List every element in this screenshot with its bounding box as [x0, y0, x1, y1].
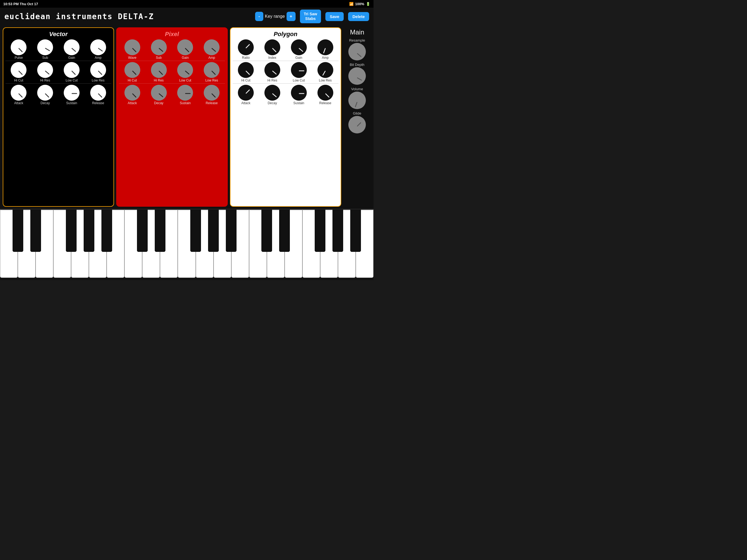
- polygon-hires-knob[interactable]: [264, 62, 280, 78]
- polygon-title: Polygon: [233, 31, 338, 38]
- vector-gain: Gain: [64, 40, 80, 59]
- vector-decay-knob[interactable]: [37, 85, 53, 101]
- sidebar-volume: Volume: [349, 87, 366, 109]
- save-button[interactable]: Save: [325, 12, 344, 21]
- pixel-gain-knob[interactable]: [177, 40, 193, 55]
- delete-button[interactable]: Delete: [348, 12, 369, 21]
- vector-sustain-knob[interactable]: [64, 85, 80, 101]
- preset-button[interactable]: Tri Saw Stabs: [300, 9, 321, 23]
- polygon-hicut-knob[interactable]: [238, 62, 254, 78]
- sidebar-title: Main: [350, 28, 364, 36]
- vector-gain-knob[interactable]: [64, 40, 80, 55]
- black-key[interactable]: [137, 209, 148, 252]
- black-key[interactable]: [66, 209, 77, 252]
- pixel-row1: Wave Sub Gain Amp: [119, 40, 225, 59]
- sidebar-resample: Resample: [349, 38, 366, 60]
- key-range-label: Key range: [265, 14, 285, 19]
- vector-pulse: Pulse: [11, 40, 27, 59]
- black-key[interactable]: [84, 209, 94, 252]
- vector-row1: Pulse Sub Gain Amp: [5, 40, 111, 59]
- pixel-row2: Hi Cut Hi Res Low Cut Low Res: [119, 62, 225, 82]
- polygon-ratio-knob[interactable]: [238, 40, 254, 55]
- pixel-panel: Pixel Wave Sub Gain Amp: [116, 27, 228, 207]
- status-bar: 10:53 PM Thu Oct 17 📶 100% 🔋: [0, 0, 374, 8]
- header: euclidean instruments DELTA-Z - Key rang…: [0, 8, 374, 25]
- synth-panels: Vector Pulse Sub Gain Amp: [3, 27, 341, 207]
- sidebar-glide-knob[interactable]: [349, 116, 366, 133]
- polygon-release-knob[interactable]: [317, 85, 333, 101]
- vector-lowcut-knob[interactable]: [64, 62, 80, 78]
- pixel-release-knob[interactable]: [204, 85, 220, 101]
- black-key[interactable]: [261, 209, 272, 252]
- pixel-attack-knob[interactable]: [124, 85, 140, 101]
- key-range-controls: - Key range +: [255, 12, 295, 21]
- black-key[interactable]: [208, 209, 219, 252]
- piano-keyboard[interactable]: [0, 209, 374, 280]
- pixel-wave-knob[interactable]: [124, 40, 140, 55]
- sidebar-volume-knob[interactable]: [349, 92, 366, 109]
- black-key[interactable]: [101, 209, 112, 252]
- black-key[interactable]: [279, 209, 290, 252]
- vector-attack-knob[interactable]: [11, 85, 27, 101]
- battery-icon: 🔋: [366, 2, 370, 6]
- vector-title: Vector: [5, 31, 111, 38]
- vector-pulse-knob[interactable]: [11, 40, 27, 55]
- polygon-decay-knob[interactable]: [264, 85, 280, 101]
- pixel-decay-knob[interactable]: [151, 85, 167, 101]
- polygon-row2: Hi Cut Hi Res Low Cut Low Res: [233, 62, 338, 82]
- status-right: 📶 100% 🔋: [349, 2, 370, 6]
- sidebar-bitdepth: Bit Depth: [349, 62, 366, 85]
- key-range-minus-button[interactable]: -: [255, 12, 263, 21]
- main-content: Vector Pulse Sub Gain Amp: [0, 25, 374, 209]
- pixel-row3: Attack Decay Sustain Release: [119, 85, 225, 105]
- polygon-attack-knob[interactable]: [238, 85, 254, 101]
- vector-lowres-knob[interactable]: [90, 62, 106, 78]
- battery-label: 100%: [355, 2, 364, 6]
- polygon-panel: Polygon Ratio Index Gain Amp: [230, 27, 341, 207]
- vector-sub: Sub: [37, 40, 53, 59]
- black-key[interactable]: [315, 209, 325, 252]
- pixel-amp-knob[interactable]: [204, 40, 220, 55]
- pixel-sub-knob[interactable]: [151, 40, 167, 55]
- vector-sub-knob[interactable]: [37, 40, 53, 55]
- pixel-lowcut-knob[interactable]: [177, 62, 193, 78]
- black-key[interactable]: [12, 209, 23, 252]
- black-key[interactable]: [190, 209, 201, 252]
- vector-hicut-knob[interactable]: [11, 62, 27, 78]
- vector-amp: Amp: [90, 40, 106, 59]
- pixel-lowres-knob[interactable]: [204, 62, 220, 78]
- polygon-row3: Attack Decay Sustain Release: [233, 85, 338, 105]
- polygon-index-knob[interactable]: [264, 40, 280, 55]
- vector-amp-knob[interactable]: [90, 40, 106, 55]
- vector-row3: Attack Decay Sustain Release: [5, 85, 111, 105]
- pixel-hires-knob[interactable]: [151, 62, 167, 78]
- vector-hires-knob[interactable]: [37, 62, 53, 78]
- black-key[interactable]: [350, 209, 361, 252]
- black-key[interactable]: [155, 209, 165, 252]
- app-title: euclidean instruments DELTA-Z: [4, 12, 251, 21]
- black-key[interactable]: [226, 209, 236, 252]
- black-key[interactable]: [30, 209, 41, 252]
- polygon-sustain-knob[interactable]: [291, 85, 307, 101]
- wifi-icon: 📶: [349, 2, 354, 6]
- pixel-hicut-knob[interactable]: [124, 62, 140, 78]
- sidebar-glide: Glide: [349, 111, 366, 133]
- vector-release-knob[interactable]: [90, 85, 106, 101]
- pixel-sustain-knob[interactable]: [177, 85, 193, 101]
- polygon-row1: Ratio Index Gain Amp: [233, 40, 338, 59]
- vector-panel: Vector Pulse Sub Gain Amp: [3, 27, 114, 207]
- polygon-lowres-knob[interactable]: [317, 62, 333, 78]
- sidebar-resample-knob[interactable]: [349, 43, 366, 60]
- polygon-lowcut-knob[interactable]: [291, 62, 307, 78]
- sidebar-bitdepth-knob[interactable]: [349, 67, 366, 85]
- black-key[interactable]: [333, 209, 343, 252]
- status-time-date: 10:53 PM Thu Oct 17: [3, 2, 38, 6]
- sidebar: Main Resample Bit Depth Volume Glide: [343, 27, 371, 207]
- vector-row2: Hi Cut Hi Res Low Cut Low Res: [5, 62, 111, 82]
- polygon-gain-knob[interactable]: [291, 40, 307, 55]
- polygon-amp-knob[interactable]: [317, 40, 333, 55]
- pixel-title: Pixel: [119, 31, 225, 38]
- key-range-plus-button[interactable]: +: [287, 12, 295, 21]
